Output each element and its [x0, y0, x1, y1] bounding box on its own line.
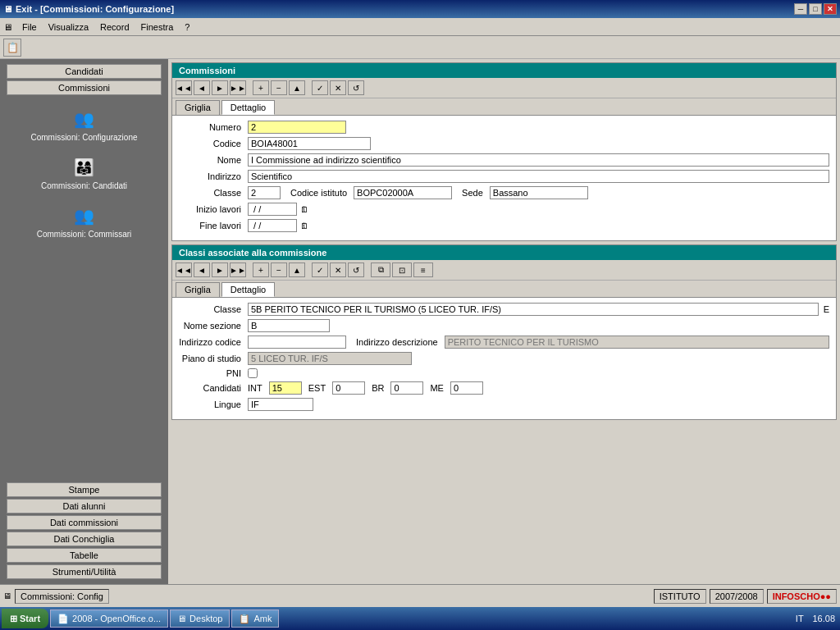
sidebar-commissioni-button[interactable]: Commissioni [7, 80, 162, 95]
me-label: ME [430, 383, 444, 393]
row-classe-istituto: Classe Codice istituto Sede [179, 186, 829, 199]
nome-sezione-input[interactable] [248, 319, 330, 332]
classe-extra-indicator: E [824, 304, 829, 314]
comm-delete-button[interactable]: − [271, 80, 287, 95]
codice-istituto-label: Codice istituto [290, 188, 347, 198]
classi-up-button[interactable]: ▲ [289, 262, 305, 277]
sidebar-strumenti-button[interactable]: Strumenti/Utilità [7, 564, 162, 579]
menu-file[interactable]: File [17, 21, 42, 34]
fine-lavori-input[interactable] [248, 219, 297, 232]
row-indirizzo-codice-desc: Indirizzo codice Indirizzo descrizione [179, 336, 829, 349]
classe-input[interactable] [248, 186, 281, 199]
classi-first-button[interactable]: ◄◄ [176, 262, 192, 277]
maximize-button[interactable]: □ [809, 3, 822, 15]
codice-input[interactable] [248, 137, 371, 150]
comm-refresh-button[interactable]: ↺ [348, 80, 364, 95]
taskbar-desktop[interactable]: 🖥 Desktop [170, 609, 230, 628]
commissioni-panel-header: Commissioni [172, 63, 836, 78]
row-piano-studio: Piano di studio [179, 352, 829, 365]
sidebar-dati-alunni-button[interactable]: Dati alunni [7, 499, 162, 514]
est-input[interactable] [332, 381, 365, 395]
sidebar-item-commissioni-candidati[interactable]: 👨‍👩‍👧 Commissioni: Candidati [0, 148, 168, 197]
classi-tabs: Griglia Dettaglio [172, 281, 836, 298]
menu-visualizza[interactable]: Visualizza [43, 21, 94, 34]
tab-griglia-commissioni[interactable]: Griglia [176, 100, 220, 115]
classi-copy1-button[interactable]: ⧉ [371, 262, 390, 277]
sidebar-stampe-button[interactable]: Stampe [7, 482, 162, 497]
sidebar-tabelle-button[interactable]: Tabelle [7, 548, 162, 563]
taskbar: ⊞ Start 📄 2008 - OpenOffice.o... 🖥 Deskt… [0, 607, 840, 630]
toolbar-main-button[interactable]: 📋 [3, 39, 21, 57]
br-label: BR [372, 383, 384, 393]
tab-griglia-classi[interactable]: Griglia [176, 282, 220, 297]
tab-dettaglio-commissioni[interactable]: Dettaglio [221, 100, 275, 115]
commissioni-commissari-icon: 👥 [68, 203, 101, 228]
fine-lavori-cal-icon[interactable]: 🗓 [300, 221, 308, 231]
comm-first-button[interactable]: ◄◄ [176, 80, 192, 95]
codice-istituto-input[interactable] [354, 186, 452, 199]
int-input[interactable] [269, 381, 302, 395]
indirizzo-input[interactable] [248, 170, 829, 183]
classi-next-button[interactable]: ► [212, 262, 228, 277]
taskbar-openoffice[interactable]: 📄 2008 - OpenOffice.o... [50, 609, 168, 628]
classi-refresh-button[interactable]: ↺ [348, 262, 364, 277]
pni-checkbox[interactable] [248, 368, 258, 378]
comm-prev-button[interactable]: ◄ [194, 80, 210, 95]
classi-add-button[interactable]: + [253, 262, 269, 277]
taskbar-time-display: 16.08 [812, 614, 835, 623]
classi-cancel-nav-button[interactable]: ✕ [330, 262, 346, 277]
row-classe-detail: Classe E [179, 303, 829, 316]
minimize-button[interactable]: ─ [794, 3, 807, 15]
numero-input[interactable] [248, 121, 346, 134]
classi-prev-button[interactable]: ◄ [194, 262, 210, 277]
taskbar-amk[interactable]: 📋 Amk [231, 609, 279, 628]
menu-finestra[interactable]: Finestra [136, 21, 179, 34]
sidebar-item-commissioni-configurazione[interactable]: 👥 Commissioni: Configurazione [0, 100, 168, 148]
row-nome: Nome [179, 153, 829, 167]
comm-check-button[interactable]: ✓ [312, 80, 328, 95]
tab-dettaglio-classi[interactable]: Dettaglio [221, 282, 275, 297]
commissioni-candidati-label: Commissioni: Candidati [41, 181, 127, 190]
indirizzo-codice-label: Indirizzo codice [179, 337, 244, 347]
me-input[interactable] [450, 381, 483, 395]
row-pni: PNI [179, 368, 829, 378]
sidebar-candidati-button[interactable]: Candidati [7, 64, 162, 79]
sidebar-dati-conchiglia-button[interactable]: Dati Conchiglia [7, 532, 162, 546]
sede-input[interactable] [490, 186, 588, 199]
comm-add-button[interactable]: + [253, 80, 269, 95]
menu-help[interactable]: ? [180, 21, 194, 34]
inizio-lavori-input[interactable] [248, 203, 297, 216]
window-title: Exit - [Commissioni: Configurazione] [16, 4, 174, 14]
pni-label: PNI [179, 368, 244, 378]
classi-last-button[interactable]: ►► [230, 262, 246, 277]
sidebar-item-commissioni-commissari[interactable]: 👥 Commissioni: Commissari [0, 197, 168, 245]
lingue-input[interactable] [248, 398, 313, 411]
br-input[interactable] [390, 381, 423, 395]
fine-lavori-label: Fine lavori [179, 221, 244, 231]
inizio-lavori-cal-icon[interactable]: 🗓 [300, 205, 308, 214]
indirizzo-descrizione-input [445, 336, 829, 349]
candidati-label: Candidati [179, 383, 244, 393]
start-button[interactable]: ⊞ Start [2, 609, 48, 628]
close-button[interactable]: ✕ [824, 3, 837, 15]
classi-nav-toolbar: ◄◄ ◄ ► ►► + − ▲ ✓ ✕ ↺ ⧉ ⊡ ≡ [172, 260, 836, 281]
menu-record[interactable]: Record [95, 21, 134, 34]
comm-last-button[interactable]: ►► [230, 80, 246, 95]
amk-icon: 📋 [239, 614, 250, 624]
content-area: Commissioni ◄◄ ◄ ► ►► + − ▲ ✓ ✕ ↺ Grigli… [168, 59, 840, 584]
classi-copy2-button[interactable]: ⊡ [392, 262, 412, 277]
classi-delete-button[interactable]: − [271, 262, 287, 277]
sidebar-dati-commissioni-button[interactable]: Dati commissioni [7, 515, 162, 530]
classi-list-button[interactable]: ≡ [413, 262, 433, 277]
comm-next-button[interactable]: ► [212, 80, 228, 95]
indirizzo-codice-input[interactable] [248, 336, 346, 349]
classe-detail-input[interactable] [248, 303, 819, 316]
commissioni-candidati-icon: 👨‍👩‍👧 [68, 155, 101, 180]
codice-label: Codice [179, 139, 244, 148]
classi-check-button[interactable]: ✓ [312, 262, 328, 277]
nome-label: Nome [179, 155, 244, 165]
comm-up-button[interactable]: ▲ [289, 80, 305, 95]
nome-input[interactable] [248, 153, 829, 167]
classe-label: Classe [179, 188, 244, 198]
comm-cancel-nav-button[interactable]: ✕ [330, 80, 346, 95]
